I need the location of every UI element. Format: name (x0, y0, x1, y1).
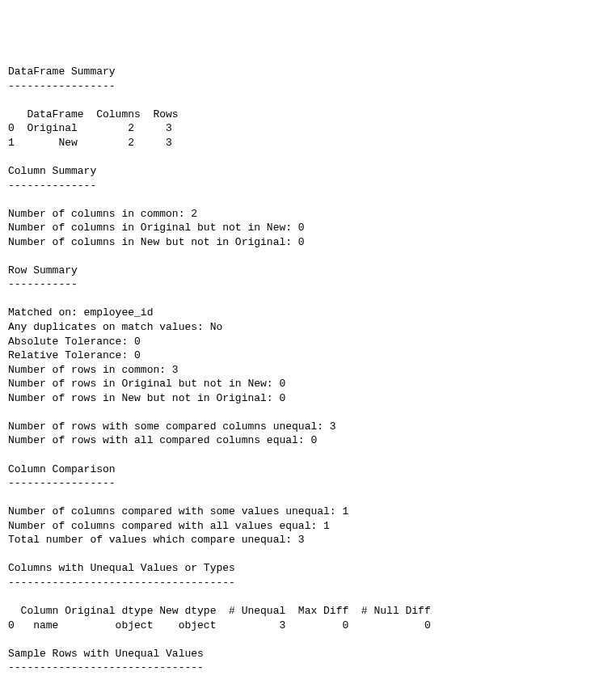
sample-rows-title: Sample Rows with Unequal Values (8, 648, 204, 660)
column-summary-title: Column Summary (8, 165, 96, 177)
column-summary-line: Number of columns in New but not in Orig… (8, 236, 305, 248)
row-summary-line: Any duplicates on match values: No (8, 321, 222, 333)
dataframe-summary-underline: ----------------- (8, 80, 116, 92)
column-comparison-line: Number of columns compared with some val… (8, 505, 348, 517)
column-summary-line: Number of columns in common: 2 (8, 208, 197, 220)
row-summary-underline: ----------- (8, 278, 78, 290)
column-summary-line: Number of columns in Original but not in… (8, 222, 305, 234)
row-summary-line: Number of rows in common: 3 (8, 364, 179, 376)
row-summary-line: Matched on: employee_id (8, 306, 153, 319)
dataframe-summary-row: 1 New 2 3 (8, 137, 172, 149)
column-comparison-line: Total number of values which compare une… (8, 534, 305, 546)
dataframe-summary-header: DataFrame Columns Rows (8, 108, 179, 120)
column-comparison-title: Column Comparison (8, 463, 116, 475)
row-summary-line: Number of rows in Original but not in Ne… (8, 378, 285, 390)
report-output: DataFrame Summary ----------------- Data… (8, 65, 608, 680)
dataframe-summary-row: 0 Original 2 3 (8, 122, 172, 134)
row-summary-line: Number of rows with all compared columns… (8, 434, 317, 446)
unequal-cols-row: 0 name object object 3 0 0 (8, 619, 431, 631)
column-summary-underline: -------------- (8, 180, 96, 192)
column-comparison-line: Number of columns compared with all valu… (8, 520, 330, 532)
dataframe-summary-title: DataFrame Summary (8, 65, 116, 78)
unequal-cols-header: Column Original dtype New dtype # Unequa… (8, 605, 431, 617)
unequal-cols-underline: ------------------------------------ (8, 577, 235, 589)
row-summary-line: Relative Tolerance: 0 (8, 349, 141, 361)
row-summary-line: Number of rows with some compared column… (8, 420, 336, 433)
sample-rows-underline: ------------------------------- (8, 661, 204, 674)
unequal-cols-title: Columns with Unequal Values or Types (8, 562, 235, 574)
row-summary-title: Row Summary (8, 264, 78, 277)
column-comparison-underline: ----------------- (8, 477, 116, 489)
row-summary-line: Absolute Tolerance: 0 (8, 336, 141, 348)
row-summary-line: Number of rows in New but not in Origina… (8, 392, 285, 404)
